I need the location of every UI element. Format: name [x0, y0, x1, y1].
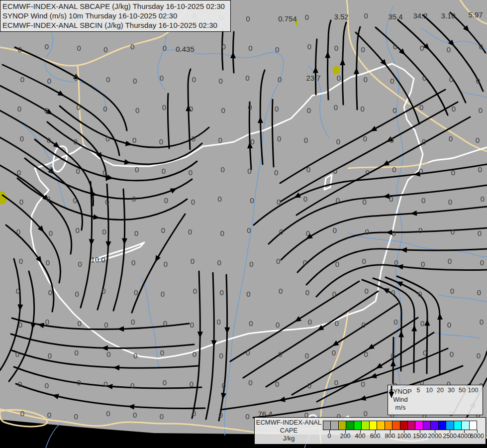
wind-speed-column: 5	[413, 387, 424, 415]
station-zero-label: 0	[450, 350, 454, 358]
station-zero-label: 0	[160, 348, 164, 357]
station-zero-label: 0	[390, 76, 394, 85]
station-zero-label: 0	[362, 198, 366, 206]
station-zero-label: 0	[74, 348, 78, 357]
station-zero-label: 0	[476, 76, 480, 85]
station-zero-label: 0	[103, 45, 107, 54]
cape-color-cell	[454, 421, 461, 430]
cape-color-cell	[377, 421, 384, 430]
station-zero-label: 0	[218, 135, 222, 144]
station-zero-label: 0	[422, 137, 426, 145]
station-zero-label: 0	[333, 225, 337, 234]
station-zero-label: 0	[132, 135, 136, 144]
station-zero-label: 0	[74, 412, 78, 421]
wind-speed-column: 50	[457, 387, 468, 415]
cape-tick-value: 2500	[443, 433, 457, 440]
station-zero-label: 0	[20, 409, 24, 418]
station-zero-label: 0	[333, 167, 337, 175]
station-zero-label: 0	[248, 103, 252, 112]
station-zero-label: 0	[277, 134, 281, 142]
station-zero-label: 0	[305, 288, 309, 296]
station-zero-label: 0	[17, 168, 21, 177]
station-zero-label: 0	[160, 73, 164, 82]
station-zero-label: 0	[20, 75, 24, 83]
station-zero-label: 0	[19, 257, 23, 265]
station-zero-label: 0	[218, 411, 222, 419]
cape-color-cell	[346, 421, 353, 430]
cape-color-bar	[323, 421, 477, 430]
wind-speed-column: 30	[446, 387, 457, 415]
station-zero-label: 0	[189, 105, 193, 113]
station-zero-label: 0	[390, 135, 393, 144]
station-zero-label: 0	[46, 195, 50, 203]
wind-speed-column: 20	[435, 387, 446, 415]
station-zero-label: 0	[303, 258, 307, 267]
station-zero-label: 0	[452, 105, 456, 113]
station-zero-label: 0	[481, 195, 485, 203]
station-zero-label: 0	[480, 258, 484, 267]
station-zero-label: 0	[361, 321, 365, 329]
station-zero-label: 0	[419, 167, 423, 175]
station-zero-label: 0	[451, 168, 455, 177]
station-zero-label: 0	[248, 378, 252, 386]
station-zero-label: 0	[337, 73, 341, 82]
station-zero-label: 0	[447, 321, 451, 329]
station-zero-label: 0	[221, 42, 225, 51]
station-zero-label: 0	[105, 134, 109, 142]
station-zero-label: 0	[46, 258, 50, 267]
cape-color-cell	[323, 421, 330, 430]
station-zero-label: 0	[162, 167, 166, 175]
station-zero-label: 0	[334, 103, 338, 112]
station-zero-label: 0	[134, 228, 138, 237]
station-zero-label: 0	[250, 196, 254, 205]
station-zero-label: 0	[45, 42, 49, 51]
cape-color-cell	[438, 421, 446, 430]
station-zero-label: 0	[336, 196, 340, 205]
station-zero-label: 0	[364, 350, 368, 358]
cape-tick-value: 800	[385, 433, 395, 440]
station-zero-label: 0	[45, 381, 49, 389]
station-zero-label: 0	[275, 379, 279, 388]
station-zero-label: 0	[132, 195, 136, 203]
wind-speed-value: 100	[468, 387, 479, 394]
station-zero-label: 0	[304, 135, 308, 144]
station-zero-label: 0	[278, 75, 282, 83]
station-value-label: 3.52	[334, 12, 348, 21]
cape-tick-value: 0	[328, 433, 331, 440]
weather-map: 0000000000000000000000000000000000000000…	[0, 0, 487, 448]
station-zero-label: 0	[390, 351, 394, 360]
station-zero-label: 0	[133, 411, 137, 419]
wind-speed-value: 30	[446, 387, 457, 394]
cape-color-cell	[385, 421, 392, 430]
station-zero-label: 0	[332, 348, 336, 357]
station-zero-label: 0	[450, 286, 454, 295]
station-zero-label: 0	[422, 73, 426, 82]
station-zero-label: 0	[18, 45, 22, 54]
station-zero-label: 0	[74, 73, 78, 82]
wind-speed-column: 10	[424, 387, 435, 415]
station-zero-label: 0	[76, 103, 80, 112]
station-zero-label: 0	[48, 351, 52, 360]
station-zero-label: 0	[306, 228, 310, 237]
station-zero-label: 0	[276, 321, 280, 329]
station-zero-label: 0	[279, 286, 283, 295]
station-zero-label: 0	[106, 409, 110, 418]
station-zero-label: 0	[365, 168, 369, 177]
station-zero-label: 0	[249, 260, 253, 268]
station-zero-label: 0	[219, 351, 223, 360]
station-zero-label: 0	[308, 318, 312, 326]
cape-legend-title-line: ECMWF-INDEX-ANAL	[255, 419, 323, 427]
station-zero-label: 0	[418, 225, 422, 234]
station-zero-label: 0	[219, 288, 223, 296]
map-value-labels: 0000000000000000000000000000000000000000…	[0, 0, 487, 448]
station-zero-label: 0	[193, 350, 196, 358]
cape-tick-value: 400	[355, 433, 366, 440]
station-zero-label: 0	[103, 105, 107, 113]
station-zero-label: 0	[134, 288, 138, 296]
wind-speed-column: 100	[468, 387, 479, 415]
station-zero-label: 0	[189, 168, 193, 177]
station-zero-label: 0	[16, 286, 20, 295]
station-zero-label: 0	[364, 286, 368, 295]
station-zero-label: 0	[77, 378, 81, 386]
cape-color-cell	[407, 421, 415, 430]
